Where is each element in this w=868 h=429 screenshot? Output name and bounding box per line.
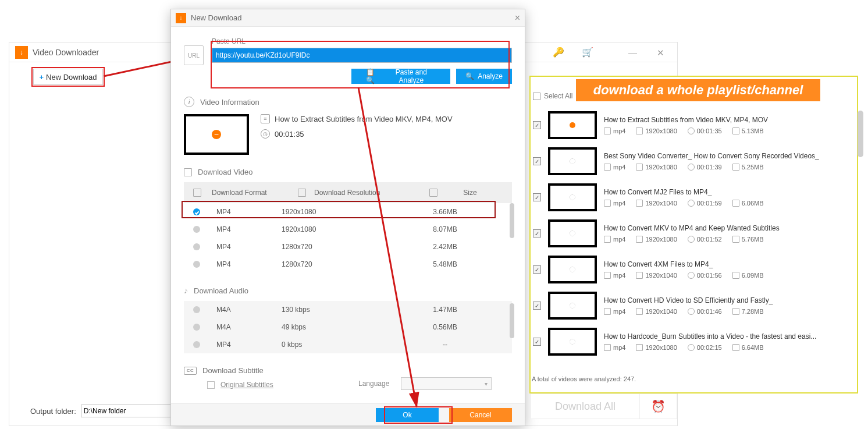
output-folder-row: Output folder: [30,405,174,417]
cart-icon[interactable]: 🛒 [582,47,593,58]
minimize-button[interactable]: — [628,48,637,58]
select-all-checkbox[interactable] [533,93,540,100]
select-all-row: Select All [533,92,572,100]
playlist-item-checkbox[interactable]: ✓ [533,193,541,201]
resolution-icon [636,236,643,243]
format-icon [604,164,611,171]
document-icon: ≡ [261,114,270,123]
analyze-button[interactable]: 🔍 Analyze [456,69,512,84]
playlist-item[interactable]: ✓How to Extract Subtitles from Video MKV… [533,107,852,143]
callout-banner: download a whole playlist/channel [576,79,820,101]
filesize-icon [732,200,739,207]
video-title: How to Extract Subtitles from Video MKV,… [275,115,453,123]
plus-icon: + [39,73,44,81]
key-icon[interactable]: 🔑 [553,47,564,58]
playlist-item[interactable]: ✓How to Convert HD Video to SD Efficient… [533,288,852,324]
radio-button[interactable] [193,306,200,313]
resolution-icon [636,200,643,207]
paste-icon: 📋🔍 [362,68,379,84]
audio-format-row[interactable]: MP40 kbps-- [184,336,512,353]
video-info-section: i Video Information [184,97,512,107]
radio-button[interactable] [193,226,200,233]
download-all-button[interactable]: Download All [531,393,640,419]
format-icon [604,344,611,351]
close-button[interactable]: ✕ [657,48,664,58]
video-table-scrollbar[interactable] [510,182,514,273]
audio-table-scrollbar[interactable] [510,301,514,353]
language-select[interactable]: ▾ [401,377,492,390]
video-format-row[interactable]: MP41280x7205.48MB [184,256,512,273]
schedule-button[interactable]: ⏰ [640,393,677,419]
dialog-close-button[interactable]: × [515,13,520,23]
playlist-item-title: How to Convert MJ2 Files to MP4_ [604,188,845,196]
download-video-section: Download Video [184,168,512,176]
video-format-row[interactable]: MP41280x7202.42MB [184,238,512,256]
playlist-summary: A total of videos were analyzed: 247. [532,375,636,382]
new-download-button[interactable]: + New Download [33,69,103,85]
playlist-item-thumbnail [548,328,597,356]
original-subtitles-label: Original Subtitles [220,381,273,389]
playlist-item[interactable]: ✓How to Convert 4XM Files to MP4_mp41920… [533,251,852,288]
resolution-icon [636,127,643,134]
clock-icon [688,272,695,279]
radio-button[interactable] [193,208,200,215]
filesize-icon [732,236,739,243]
playlist-item-checkbox[interactable]: ✓ [533,302,541,310]
clock-icon [688,344,695,351]
search-icon: 🔍 [465,72,474,80]
radio-button[interactable] [193,261,200,268]
chevron-down-icon: ▾ [485,381,488,387]
playlist-item-checkbox[interactable]: ✓ [533,157,541,165]
url-file-icon: URL [184,45,204,65]
playlist-item-thumbnail [548,292,597,320]
playlist-item-title: How to Convert 4XM Files to MP4_ [604,260,845,268]
playlist-item-checkbox[interactable]: ✓ [533,265,541,274]
radio-button[interactable] [193,341,200,348]
alarm-clock-icon: ⏰ [651,399,666,413]
playlist-item-checkbox[interactable]: ✓ [533,229,541,237]
cancel-button[interactable]: Cancel [449,408,512,422]
audio-format-row[interactable]: M4A49 kbps0.56MB [184,318,512,336]
output-folder-label: Output folder: [30,407,76,416]
app-icon: ↓ [15,46,28,59]
video-thumbnail: – [184,114,249,155]
format-icon [604,236,611,243]
playlist-item[interactable]: ✓How to Convert MJ2 Files to MP4_mp41920… [533,179,852,215]
playlist-item[interactable]: ✓How to Convert MKV to MP4 and Keep Want… [533,215,852,251]
url-input[interactable] [212,48,512,63]
playlist-scrollbar[interactable] [858,111,863,285]
playlist-item-title: How to Extract Subtitles from Video MKV,… [604,116,845,124]
playlist-item-checkbox[interactable]: ✓ [533,121,541,129]
app-title: Video Downloader [33,48,99,57]
paste-and-analyze-button[interactable]: 📋🔍 Paste and Analyze [351,69,450,84]
music-note-icon: ♪ [184,286,188,295]
format-icon [604,127,611,134]
clock-icon [688,164,695,171]
size-header-icon [429,189,437,197]
playlist-item[interactable]: ✓Best Sony Video Converter_ How to Conve… [533,143,852,179]
clock-icon [688,236,695,243]
resolution-icon [636,164,643,171]
clock-icon [688,308,695,315]
format-icon [604,308,611,315]
radio-button[interactable] [193,324,200,331]
ok-button[interactable]: Ok [376,408,439,422]
video-frame-icon [184,168,192,176]
video-format-row[interactable]: MP41920x10803.66MB [184,203,512,221]
playlist-item-checkbox[interactable]: ✓ [533,338,541,346]
resolution-icon [636,272,643,279]
audio-format-row[interactable]: M4A130 kbps1.47MB [184,301,512,318]
window-controls: — ✕ [628,48,664,58]
output-folder-input[interactable] [81,405,174,417]
radio-button[interactable] [193,243,200,250]
video-format-row[interactable]: MP41920x10808.07MB [184,221,512,238]
playlist-item-thumbnail [548,256,597,283]
video-duration: 00:01:35 [275,130,304,139]
filesize-icon [732,272,739,279]
playlist-item[interactable]: ✓How to Hardcode_Burn Subtitles into a V… [533,324,852,360]
original-subtitles-checkbox[interactable] [207,381,215,389]
select-all-label: Select All [544,92,572,100]
format-icon [604,200,611,207]
playlist-list: ✓How to Extract Subtitles from Video MKV… [533,107,852,369]
filesize-icon [732,164,739,171]
